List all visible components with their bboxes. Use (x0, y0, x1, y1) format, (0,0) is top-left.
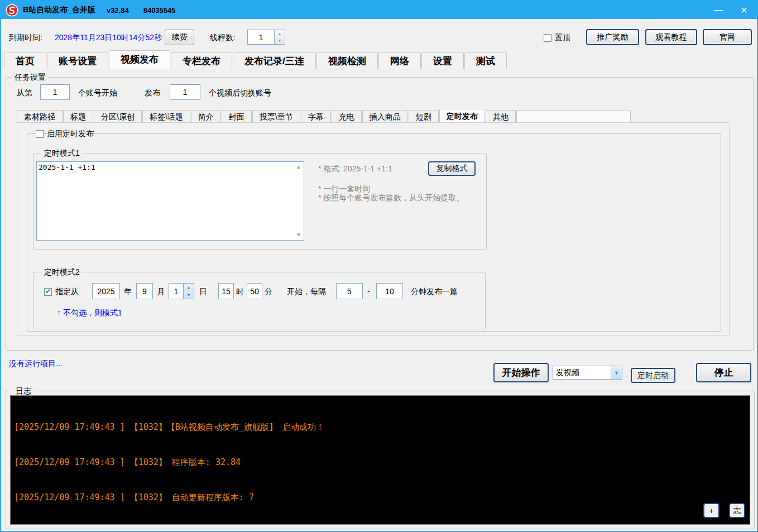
day-stepper[interactable]: ▲ ▼ (169, 283, 194, 299)
renew-button[interactable]: 续费 (165, 30, 194, 45)
scroll-down-icon[interactable]: ▼ (296, 232, 301, 238)
log-line: [2025/12/09 17:49:43 ] 【1032】【B站视频自动发布_旗… (14, 421, 746, 433)
enable-schedule-checkbox[interactable]: 启用定时发布 (36, 129, 94, 139)
sub-tab-other[interactable]: 其他 (486, 110, 516, 123)
mode1-textarea-wrap: 2025-1-1 +1:1 ▲ ▼ (36, 161, 304, 241)
sub-tab-material-path[interactable]: 素材路径 (17, 110, 63, 123)
sub-tab-short-drama[interactable]: 短剧 (409, 110, 439, 123)
tab-video-check[interactable]: 视频检测 (316, 52, 378, 69)
window-version: v32.84 (107, 6, 129, 15)
mode1-scrollbar[interactable]: ▲ ▼ (294, 162, 304, 240)
log-zhi-button[interactable]: 志 (729, 503, 745, 518)
sub-tab-blank (516, 110, 631, 123)
sub-tab-subtitle[interactable]: 字幕 (301, 110, 331, 123)
mode1-group-title: 定时模式1 (42, 148, 82, 159)
tab-publish-record[interactable]: 发布记录/三连 (233, 52, 316, 69)
year-label: 年 (124, 287, 132, 297)
day-label: 日 (199, 287, 207, 297)
timer-start-button[interactable]: 定时启动 (631, 368, 675, 383)
checkmark-icon: ✔ (45, 288, 51, 295)
sub-tab-insert-goods[interactable]: 插入商品 (362, 110, 408, 123)
spin-up-icon[interactable]: ▲ (275, 30, 285, 37)
from-account-input[interactable] (40, 84, 70, 100)
sub-tab-category[interactable]: 分区\原创 (94, 110, 142, 123)
interval-dash: - (367, 287, 370, 296)
publish-count-suffix: 个视频后切换账号 (209, 88, 271, 98)
start-operation-button[interactable]: 开始操作 (493, 363, 549, 382)
task-settings-group-title: 任务设置 (12, 73, 48, 83)
mode1-textarea[interactable]: 2025-1-1 +1:1 (39, 163, 292, 239)
tab-home[interactable]: 首页 (4, 52, 46, 69)
year-input[interactable] (92, 283, 120, 299)
minimize-icon[interactable]: — (706, 1, 731, 19)
month-label: 月 (157, 287, 165, 297)
tutorial-button[interactable]: 观看教程 (645, 29, 697, 45)
tab-column-publish[interactable]: 专栏发布 (171, 52, 232, 69)
tab-account-settings[interactable]: 账号设置 (47, 52, 108, 69)
main-tab-bar: 首页 账号设置 视频发布 专栏发布 发布记录/三连 视频检测 网络 设置 测试 (4, 50, 507, 69)
log-plus-button[interactable]: + (703, 503, 719, 518)
from-account-label: 从第 (17, 88, 32, 98)
hour-input[interactable] (218, 283, 234, 299)
tab-video-publish[interactable]: 视频发布 (109, 50, 170, 69)
combo-arrow-icon[interactable]: ▼ (611, 366, 622, 379)
log-line: [2025/12/09 17:49:43 ] 【1032】 自动更新程序版本: … (14, 492, 746, 504)
day-spin-down-icon[interactable]: ▼ (184, 291, 194, 299)
interval-min-input[interactable] (336, 283, 363, 299)
day-spin-up-icon[interactable]: ▲ (184, 284, 194, 291)
copy-format-button[interactable]: 复制格式 (428, 161, 476, 176)
stop-button[interactable]: 停止 (696, 363, 751, 382)
month-input[interactable] (136, 283, 153, 299)
specify-start-label: 指定从 (55, 287, 79, 297)
enable-schedule-checkbox-label: 启用定时发布 (47, 129, 94, 139)
publish-mode-select-value: 发视频 (553, 366, 611, 379)
tab-network[interactable]: 网络 (378, 52, 421, 69)
enable-schedule-checkbox-box[interactable] (36, 130, 44, 138)
specify-start-checkbox-box[interactable]: ✔ (44, 288, 52, 296)
specify-start-checkbox[interactable]: ✔ 指定从 (44, 287, 79, 297)
interval-max-input[interactable] (376, 283, 403, 299)
sub-tab-tags[interactable]: 标签\话题 (142, 110, 190, 123)
threads-input[interactable] (247, 30, 275, 45)
publish-count-label: 发布 (145, 88, 160, 98)
titlebar[interactable]: B站自动发布_合并版 v32.84 84035545 — ✕ (1, 1, 757, 19)
website-button[interactable]: 官网 (703, 29, 752, 45)
sub-tab-scheduled-publish[interactable]: 定时发布 (439, 109, 485, 123)
pin-checkbox[interactable]: 置顶 (544, 33, 570, 43)
minute-input[interactable] (247, 283, 262, 299)
interval-suffix: 分钟发布一篇 (411, 287, 458, 297)
mode1-format-hint: * 格式: 2025-1-1 +1:1 (318, 164, 392, 174)
sub-tab-vote-chapter[interactable]: 投票\章节 (252, 110, 300, 123)
tab-test[interactable]: 测试 (464, 52, 507, 69)
sub-tab-charge[interactable]: 充电 (332, 110, 362, 123)
tab-settings[interactable]: 设置 (421, 52, 464, 69)
app-logo-icon (6, 4, 18, 17)
promo-button[interactable]: 推广奖励 (586, 29, 639, 45)
sub-tab-title[interactable]: 标题 (63, 110, 93, 123)
from-account-suffix: 个账号开始 (78, 88, 117, 98)
sub-tab-cover[interactable]: 封面 (222, 110, 252, 123)
publish-mode-select[interactable]: 发视频 ▼ (553, 366, 622, 380)
interval-label: 开始，每隔 (287, 287, 326, 297)
log-line: [2025/12/09 17:49:43 ] 【1032】 程序版本: 32.8… (14, 457, 746, 468)
mode1-hint-line2: * 按照每个账号发布篇数，从头开始提取。 (318, 193, 464, 203)
sub-tab-intro[interactable]: 简介 (191, 110, 221, 123)
window-build: 84035545 (143, 6, 176, 15)
running-status-text: 没有运行项目... (9, 359, 63, 369)
publish-count-input[interactable] (170, 84, 200, 100)
window-title: B站自动发布_合并版 (23, 5, 95, 15)
day-input[interactable] (169, 283, 184, 299)
expiry-label: 到期时间: (9, 33, 42, 43)
threads-label: 线程数: (210, 33, 236, 43)
threads-stepper[interactable]: ▲ ▼ (247, 30, 285, 45)
mode2-note: ↑ 不勾选，则模式1 (57, 308, 122, 318)
scroll-up-icon[interactable]: ▲ (296, 164, 301, 170)
log-output: [2025/12/09 17:49:43 ] 【1032】【B站视频自动发布_旗… (10, 395, 750, 525)
pin-checkbox-label: 置顶 (555, 33, 570, 43)
mode2-group (33, 272, 486, 329)
sub-tab-bar: 素材路径 标题 分区\原创 标签\话题 简介 封面 投票\章节 字幕 充电 插入… (17, 109, 631, 123)
hour-label: 时 (236, 287, 244, 297)
close-icon[interactable]: ✕ (731, 1, 757, 19)
pin-checkbox-box[interactable] (544, 34, 551, 42)
spin-down-icon[interactable]: ▼ (275, 37, 285, 45)
